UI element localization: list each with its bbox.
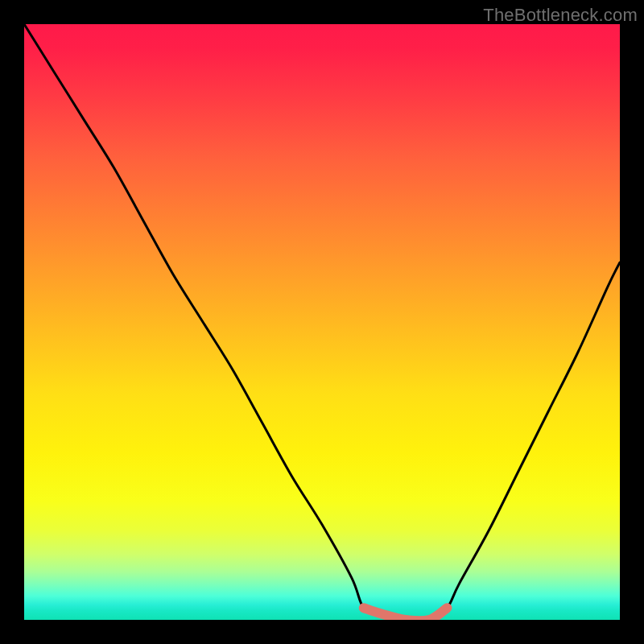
- curve-svg: [24, 24, 620, 620]
- bottleneck-curve-path: [24, 24, 620, 620]
- optimal-range-marker-path: [364, 608, 448, 620]
- bottleneck-chart: TheBottleneck.com: [0, 0, 644, 644]
- plot-area: [24, 24, 620, 620]
- watermark-text: TheBottleneck.com: [483, 5, 638, 26]
